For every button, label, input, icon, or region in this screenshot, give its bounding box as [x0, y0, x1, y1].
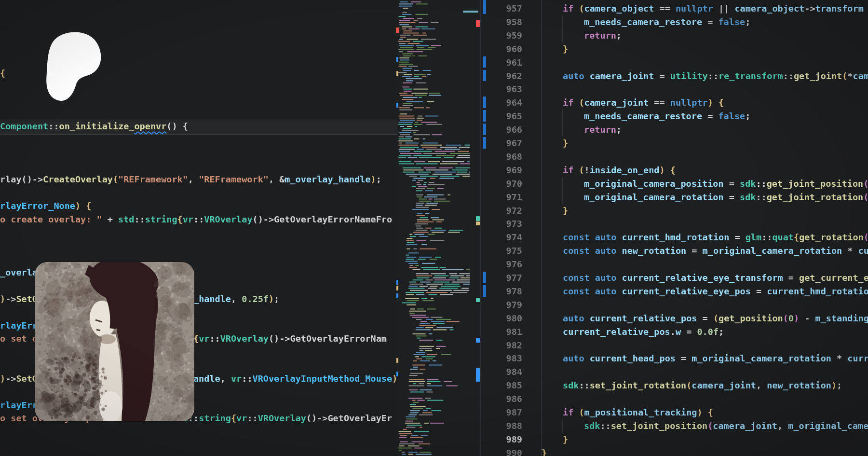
code-token: ::: [579, 380, 589, 390]
code-line[interactable]: }: [563, 137, 568, 150]
code-token: sdk: [584, 421, 600, 431]
error-marker: [396, 28, 399, 33]
code-token: current_relative_eye_pos: [622, 286, 751, 296]
code-token: vr: [236, 413, 247, 423]
code-token: current_relative_pos: [563, 327, 670, 337]
code-line[interactable]: }: [542, 446, 547, 456]
code-token: !: [584, 165, 590, 175]
minimap-gutter-marker: [396, 372, 398, 376]
code-token: m_original_camera_rotation: [584, 192, 724, 202]
code-token: cam: [853, 71, 868, 81]
code-token: ,: [777, 421, 788, 431]
patreon-logo-icon: [36, 32, 102, 105]
code-token: ::: [756, 179, 766, 189]
indent-guide: [562, 419, 563, 433]
code-line[interactable]: return;: [584, 123, 622, 136]
code-token: (: [579, 3, 584, 14]
code-token: m_original_camera_position: [584, 179, 724, 189]
code-token: Component: [0, 121, 48, 131]
code-token: [573, 165, 579, 175]
code-token: ): [794, 313, 799, 323]
code-token: const auto: [563, 232, 616, 242]
code-token: .: [670, 327, 676, 337]
code-token: +: [102, 214, 118, 224]
code-token: ): [831, 380, 837, 390]
code-line[interactable]: m_original_camera_position = sdk::get_jo…: [584, 177, 868, 190]
overview-ruler-marker: [476, 221, 480, 225]
code-token: sdk: [740, 192, 756, 202]
code-token: w: [676, 327, 681, 337]
indent-guide: [562, 177, 563, 204]
code-token: ) {: [660, 165, 676, 175]
right-editor-pane[interactable]: 9579589599609619629639649659669679689699…: [480, 0, 868, 456]
code-token: ->: [5, 373, 16, 384]
code-line[interactable]: const auto current_relative_eye_transfor…: [563, 271, 868, 284]
code-token: camera_object: [734, 3, 804, 14]
code-token: =: [676, 353, 692, 363]
code-line[interactable]: const auto current_hmd_rotation = glm::q…: [563, 231, 868, 244]
code-token: VROverlay: [220, 333, 269, 344]
code-line[interactable]: if (camera_object == nullptr || camera_o…: [563, 2, 864, 15]
code-line[interactable]: m_needs_camera_restore = false;: [584, 110, 750, 123]
code-line[interactable]: }: [563, 204, 568, 217]
code-token: string: [145, 214, 177, 224]
code-token: auto: [563, 71, 584, 81]
code-token: if: [563, 407, 573, 417]
code-token: m_overlay_handle: [285, 174, 370, 184]
code-token: {: [231, 413, 236, 423]
code-token: m_standing: [815, 313, 868, 323]
code-token: (: [864, 232, 868, 242]
code-line[interactable]: const auto current_relative_eye_pos = cu…: [563, 285, 868, 298]
code-line[interactable]: if (m_positional_tracking) {: [563, 406, 713, 419]
avatar-image: [35, 262, 194, 421]
code-token: quat: [772, 232, 794, 242]
code-line[interactable]: rlay()->CreateOverlay("REFramework", "RE…: [0, 173, 381, 186]
code-token: get_joint_rotation: [767, 192, 863, 202]
code-token: ::: [242, 373, 252, 384]
code-line[interactable]: auto current_head_pos = m_original_camer…: [563, 352, 868, 365]
code-line[interactable]: sdk::set_joint_rotation(camera_joint, ne…: [563, 379, 842, 392]
code-token: ,: [220, 373, 231, 384]
code-line[interactable]: const auto new_rotation = m_original_cam…: [563, 244, 868, 257]
code-line[interactable]: rlayError_None) {: [0, 199, 91, 212]
code-token: m_original_camera_rotation: [692, 353, 831, 363]
code-line[interactable]: m_needs_camera_restore = false;: [584, 15, 750, 28]
code-token: vr: [199, 333, 209, 344]
code-token: camera_joint: [713, 421, 777, 431]
code-token: [616, 273, 622, 283]
code-token: "REFramework": [118, 174, 188, 184]
code-token: o create overlay: ": [0, 214, 102, 224]
code-token: camera_joint: [584, 97, 649, 108]
code-line[interactable]: current_relative_pos.w = 0.0f;: [563, 325, 724, 338]
code-token: (: [579, 97, 584, 108]
code-line[interactable]: if (!inside_on_end) {: [563, 164, 676, 177]
code-token: [616, 232, 622, 242]
code-line[interactable]: return;: [584, 29, 622, 42]
code-token: auto: [563, 353, 584, 363]
code-line[interactable]: auto current_relative_pos = (get_positio…: [563, 312, 868, 325]
code-line[interactable]: {: [0, 67, 5, 80]
minimap[interactable]: [397, 0, 476, 456]
code-token: current_hmd_rotatio: [767, 286, 868, 296]
code-token: ==: [654, 3, 676, 14]
code-token: VROverlayInputMethod_Mouse: [253, 373, 393, 384]
code-line[interactable]: Component::on_initialize_openvr() {: [0, 120, 188, 133]
code-line[interactable]: m_original_camera_rotation = sdk::get_jo…: [584, 191, 868, 204]
code-line[interactable]: if (camera_joint == nullptr) {: [563, 96, 724, 109]
code-token: nullptr: [670, 97, 708, 108]
code-token: false: [718, 17, 745, 27]
code-token: ;: [376, 174, 381, 184]
code-token: cu: [858, 246, 868, 256]
code-line[interactable]: sdk::set_joint_position(camera_joint, m_…: [584, 419, 868, 432]
minimap-gutter-marker: [396, 57, 398, 62]
code-line[interactable]: o create overlay: " + std::string{vr::VR…: [0, 213, 392, 226]
code-token: ;: [274, 294, 279, 304]
code-token: ::: [48, 121, 59, 131]
code-token: ::: [783, 71, 794, 81]
code-token: (: [863, 179, 868, 189]
code-line[interactable]: auto camera_joint = utility::re_transfor…: [563, 69, 868, 83]
code-line[interactable]: }: [563, 42, 568, 55]
right-code-layer[interactable]: if (camera_object == nullptr || camera_o…: [481, 0, 868, 456]
code-line[interactable]: }: [563, 433, 568, 446]
code-token: ,: [756, 380, 767, 390]
